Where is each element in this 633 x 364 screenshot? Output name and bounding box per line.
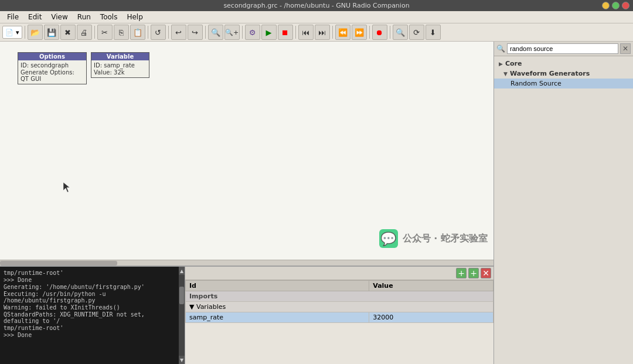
right-sidebar: 🔍 ✕ ▶ Core ▼ Waveform Generators Random … [494,42,633,364]
tree-section-core[interactable]: ▶ Core [494,59,633,69]
tree-item-random-source[interactable]: Random Source [494,79,633,89]
watermark-text: 公众号 · 蛇矛实验室 [403,233,488,245]
remove-property-button[interactable]: ✕ [481,268,491,278]
menu-run[interactable]: Run [73,12,96,22]
toolbar-separator-3 [148,26,148,39]
close-button[interactable] [622,2,629,9]
canvas-horizontal-scrollbar[interactable] [0,260,494,266]
search-clear-button[interactable]: ✕ [620,43,631,54]
cursor-indicator [63,182,72,195]
options-block[interactable]: Options ID: secondgraph Generate Options… [18,52,87,84]
tree-waveform-label: Waveform Generators [510,70,590,77]
log-line-1: tmp/runtime-root' [4,270,175,276]
step-back-button[interactable]: ⏮ [298,25,314,40]
redo-button[interactable]: ↪ [188,25,203,40]
toolbar-separator-4 [168,26,169,39]
copy-button[interactable]: ⎘ [114,25,129,40]
download-button[interactable]: ⬇ [426,25,441,40]
main-area: Options ID: secondgraph Generate Options… [0,42,633,364]
close-button[interactable]: ✖ [60,25,76,40]
save-button[interactable]: 💾 [44,25,59,40]
properties-table: Id Value Imports ▼ Variables [185,280,494,364]
svg-marker-0 [63,182,70,192]
options-block-title: Options [18,53,86,60]
toolbar-separator-10 [390,26,390,39]
print-button[interactable]: 🖨 [77,25,92,40]
search-button[interactable]: 🔍 [393,25,408,40]
add-property-button-2[interactable]: + [468,268,479,278]
canvas-scrollbar-thumb[interactable] [0,261,117,266]
search-icon: 🔍 [496,45,505,53]
block-search-input[interactable] [507,43,618,54]
log-scrollbar[interactable]: ▲ ▼ [179,267,185,364]
waveform-arrow-icon: ▼ [503,71,508,77]
skip-back-button[interactable]: ⏪ [335,25,350,40]
skip-forward-button[interactable]: ⏩ [352,25,367,40]
log-line-11: tmp/runtime-root' [4,325,175,331]
editor-pane: Options ID: secondgraph Generate Options… [0,42,494,364]
core-arrow-icon: ▶ [499,61,503,67]
stop-button[interactable]: ⏹ [278,25,293,40]
variable-block-title: Variable [91,53,149,60]
toolbar-separator-5 [205,26,206,39]
rotate-button[interactable]: ↺ [151,25,166,40]
block-tree: ▶ Core ▼ Waveform Generators Random Sour… [494,56,633,364]
props-imports-section: Imports [186,291,494,302]
toolbar: 📄 ▾ 📂 💾 ✖ 🖨 ✂ ⎘ 📋 ↺ ↩ ↪ 🔍 🔍+ ⚙ ▶ ⏹ ⏮ ⏭ ⏪… [0,23,633,42]
minimize-button[interactable] [602,2,610,9]
menu-file[interactable]: File [2,12,23,22]
cut-button[interactable]: ✂ [97,25,113,40]
toolbar-separator-8 [332,26,333,39]
window-controls [602,2,629,9]
wechat-icon: 💬 [379,229,398,248]
props-variables-subsection: ▼ Variables [186,302,494,312]
props-samp-rate-row[interactable]: samp_rate 32000 [186,312,494,323]
toolbar-separator-1 [25,26,25,39]
refresh-button[interactable]: ⟳ [409,25,424,40]
properties-panel: + + ✕ Id Value [185,267,494,364]
step-forward-button[interactable]: ⏭ [315,25,330,40]
new-dropdown[interactable]: 📄 ▾ [2,26,22,39]
window-title: secondgraph.grc - /home/ubuntu - GNU Rad… [223,2,409,9]
props-col-value: Value [369,281,494,291]
props-buttons: + + ✕ [456,268,491,278]
zoom-out-button[interactable]: 🔍 [208,25,223,40]
log-line-10: QStandardPaths: XDG_RUNTIME_DIR not set,… [4,311,175,324]
log-scroll-track[interactable] [179,275,185,356]
props-variables-label: ▼ Variables [186,302,494,312]
props-col-id: Id [186,281,369,291]
log-line-5: Generating: '/home/ubuntu/firstgraph.py' [4,284,175,290]
title-bar: secondgraph.grc - /home/ubuntu - GNU Rad… [0,0,633,11]
props-imports-label: Imports [186,291,494,302]
record-button[interactable]: ⏺ [372,25,387,40]
dropdown-arrow-icon: ▾ [16,29,19,36]
log-scroll-up-button[interactable]: ▲ [179,267,185,275]
bottom-panel: tmp/runtime-root' >>> Done Generating: '… [0,266,494,364]
add-property-button[interactable]: + [456,268,467,278]
generate-button[interactable]: ⚙ [245,25,260,40]
menu-help[interactable]: Help [122,12,147,22]
log-line-9: Warning: failed to XInitThreads() [4,304,175,311]
paste-button[interactable]: 📋 [130,25,145,40]
tree-subsection-waveform[interactable]: ▼ Waveform Generators [494,69,633,79]
log-scroll-thumb[interactable] [179,287,184,304]
toolbar-separator-2 [94,26,95,39]
search-bar: 🔍 ✕ [494,42,633,56]
log-line-7: Executing: /usr/bin/python -u /home/ubun… [4,291,175,304]
menu-tools[interactable]: Tools [96,12,122,22]
log-line-3: >>> Done [4,277,175,283]
log-scroll-down-button[interactable]: ▼ [179,356,185,364]
menu-edit[interactable]: Edit [23,12,46,22]
menu-view[interactable]: View [46,12,72,22]
variable-block[interactable]: Variable ID: samp_rate Value: 32k [91,52,149,78]
random-source-label: Random Source [511,80,561,87]
undo-button[interactable]: ↩ [171,25,186,40]
zoom-in-button[interactable]: 🔍+ [224,25,240,40]
menu-bar: File Edit View Run Tools Help [0,11,633,23]
maximize-button[interactable] [612,2,620,9]
props-samp-rate-id: samp_rate [186,312,369,323]
open-button[interactable]: 📂 [28,25,43,40]
canvas-area[interactable]: Options ID: secondgraph Generate Options… [0,42,494,260]
new-icon: 📄 [5,29,13,36]
play-button[interactable]: ▶ [261,25,277,40]
